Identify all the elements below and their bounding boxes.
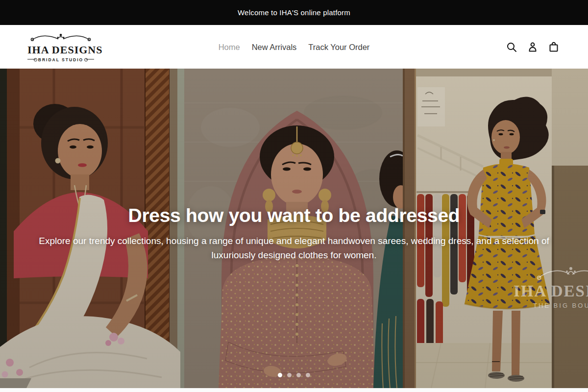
account-icon — [527, 41, 539, 53]
hero-heading: Dress how you want to be addressed — [0, 205, 588, 226]
search-button[interactable] — [506, 41, 517, 53]
header-icons — [506, 41, 560, 53]
hero-slideshow: IHA DESIGNS THE BIG BOUTIQUE Dress how y… — [0, 69, 588, 388]
search-icon — [506, 41, 517, 53]
logo-flourish-icon — [29, 32, 93, 43]
logo-rule-left — [27, 59, 36, 60]
footer-strip — [0, 388, 588, 392]
logo[interactable]: IHA DESIGNS BRIDAL STUDIO — [27, 32, 94, 62]
carousel-dots — [0, 373, 588, 377]
logo-rule-right — [86, 59, 94, 60]
announcement-bar: Welcome to IHA'S online platform — [0, 0, 588, 25]
cart-button[interactable] — [548, 41, 560, 53]
nav-item-new-arrivals[interactable]: New Arrivals — [252, 42, 297, 51]
carousel-dot-4[interactable] — [306, 373, 310, 377]
carousel-dot-2[interactable] — [287, 373, 292, 377]
logo-subtitle: BRIDAL STUDIO — [38, 57, 83, 62]
hero-content: Dress how you want to be addressed Explo… — [0, 205, 588, 262]
nav-item-track-your-order[interactable]: Track Your Order — [308, 42, 369, 51]
carousel-dot-1[interactable] — [278, 373, 282, 377]
announcement-text: Welcome to IHA'S online platform — [238, 8, 350, 17]
storefront-page: Welcome to IHA'S online platform IHA DES… — [0, 0, 588, 392]
cart-icon — [548, 41, 560, 53]
hero-subheading: Explore our trendy collections, housing … — [32, 234, 556, 262]
main-nav: Home New Arrivals Track Your Order — [219, 42, 370, 51]
site-header: IHA DESIGNS BRIDAL STUDIO Home New Arriv… — [0, 25, 588, 69]
account-button[interactable] — [527, 41, 539, 53]
logo-subtitle-row: BRIDAL STUDIO — [27, 57, 94, 62]
logo-title: IHA DESIGNS — [27, 43, 94, 56]
carousel-dot-3[interactable] — [296, 373, 301, 377]
nav-item-home[interactable]: Home — [219, 42, 240, 51]
